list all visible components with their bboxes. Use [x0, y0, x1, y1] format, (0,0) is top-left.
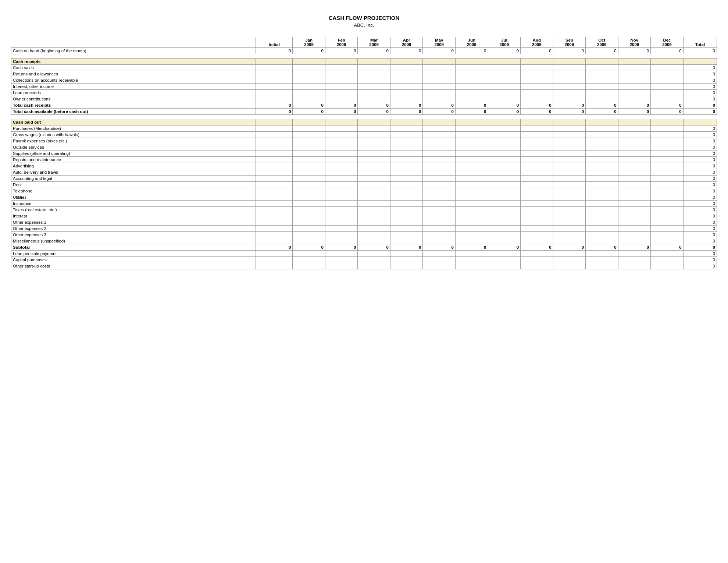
row-cell[interactable] [358, 132, 390, 138]
row-cell[interactable] [651, 169, 684, 176]
row-cell[interactable] [651, 194, 684, 201]
row-cell[interactable] [390, 138, 423, 144]
row-cell[interactable] [256, 263, 293, 269]
row-cell[interactable] [586, 90, 618, 96]
row-cell[interactable]: 0 [683, 188, 717, 194]
row-cell[interactable] [358, 138, 390, 144]
row-cell[interactable] [293, 125, 325, 132]
row-cell[interactable] [618, 194, 651, 201]
row-cell[interactable] [455, 132, 488, 138]
row-cell[interactable] [293, 169, 325, 176]
row-cell[interactable] [586, 59, 618, 65]
row-cell[interactable] [325, 201, 358, 207]
row-cell[interactable] [618, 132, 651, 138]
row-cell[interactable] [553, 251, 586, 257]
row-cell[interactable] [488, 77, 521, 84]
row-cell[interactable]: 0 [455, 102, 488, 109]
row-cell[interactable] [455, 96, 488, 102]
row-cell[interactable] [553, 59, 586, 65]
row-cell[interactable] [455, 226, 488, 232]
row-cell[interactable]: 0 [683, 182, 717, 188]
row-cell[interactable] [651, 263, 684, 269]
row-cell[interactable]: 0 [553, 109, 586, 115]
row-cell[interactable] [553, 219, 586, 226]
row-cell[interactable]: 0 [651, 109, 684, 115]
row-cell[interactable] [586, 169, 618, 176]
row-cell[interactable] [455, 119, 488, 125]
row-cell[interactable]: 0 [683, 226, 717, 232]
row-cell[interactable]: 0 [683, 201, 717, 207]
row-cell[interactable] [423, 151, 456, 157]
row-cell[interactable] [358, 119, 390, 125]
row-cell[interactable] [488, 207, 521, 213]
row-cell[interactable] [651, 207, 684, 213]
row-cell[interactable] [423, 71, 456, 77]
row-cell[interactable]: 0 [586, 102, 618, 109]
row-cell[interactable]: 0 [293, 109, 325, 115]
row-cell[interactable] [390, 226, 423, 232]
row-cell[interactable] [586, 71, 618, 77]
row-cell[interactable] [455, 151, 488, 157]
row-cell[interactable] [390, 251, 423, 257]
row-cell[interactable] [521, 238, 553, 244]
row-cell[interactable] [651, 219, 684, 226]
row-cell[interactable] [618, 232, 651, 238]
row-cell[interactable]: 0 [521, 102, 553, 109]
row-cell[interactable] [256, 201, 293, 207]
row-cell[interactable] [325, 232, 358, 238]
row-cell[interactable] [325, 132, 358, 138]
row-cell[interactable]: 0 [683, 257, 717, 263]
row-cell[interactable] [293, 219, 325, 226]
row-cell[interactable] [586, 263, 618, 269]
row-cell[interactable] [521, 59, 553, 65]
row-cell[interactable]: 0 [651, 102, 684, 109]
row-cell[interactable] [586, 144, 618, 151]
row-cell[interactable] [521, 232, 553, 238]
row-cell[interactable] [256, 59, 293, 65]
row-cell[interactable] [293, 213, 325, 219]
row-cell[interactable] [325, 251, 358, 257]
row-cell[interactable] [618, 226, 651, 232]
row-cell[interactable] [423, 84, 456, 90]
row-cell[interactable] [521, 213, 553, 219]
row-cell[interactable] [293, 65, 325, 71]
row-cell[interactable] [358, 96, 390, 102]
row-cell[interactable] [358, 219, 390, 226]
row-cell[interactable] [423, 251, 456, 257]
row-cell[interactable]: 0 [586, 109, 618, 115]
row-cell[interactable] [488, 144, 521, 151]
row-cell[interactable] [390, 207, 423, 213]
row-cell[interactable] [256, 213, 293, 219]
row-cell[interactable]: 0 [618, 109, 651, 115]
row-cell[interactable] [586, 188, 618, 194]
row-cell[interactable] [325, 169, 358, 176]
row-cell[interactable] [358, 263, 390, 269]
row-cell[interactable] [553, 182, 586, 188]
row-cell[interactable]: 0 [455, 244, 488, 251]
row-cell[interactable]: 0 [325, 102, 358, 109]
row-cell[interactable] [651, 232, 684, 238]
row-cell[interactable] [256, 157, 293, 163]
row-cell[interactable]: 0 [683, 163, 717, 169]
row-cell[interactable] [423, 132, 456, 138]
row-cell[interactable] [488, 176, 521, 182]
row-cell[interactable] [390, 132, 423, 138]
row-cell[interactable] [256, 151, 293, 157]
row-cell[interactable] [423, 119, 456, 125]
row-cell[interactable] [488, 251, 521, 257]
row-cell[interactable] [325, 238, 358, 244]
row-cell[interactable] [325, 213, 358, 219]
row-cell[interactable] [293, 144, 325, 151]
row-cell[interactable]: 0 [683, 176, 717, 182]
row-cell[interactable] [455, 169, 488, 176]
row-cell[interactable] [651, 71, 684, 77]
row-cell[interactable]: 0 [586, 48, 618, 54]
row-cell[interactable] [423, 226, 456, 232]
row-cell[interactable] [553, 119, 586, 125]
row-cell[interactable]: 0 [423, 48, 456, 54]
row-cell[interactable] [293, 232, 325, 238]
row-cell[interactable] [423, 194, 456, 201]
row-cell[interactable]: 0 [683, 71, 717, 77]
row-cell[interactable] [358, 90, 390, 96]
row-cell[interactable] [358, 176, 390, 182]
